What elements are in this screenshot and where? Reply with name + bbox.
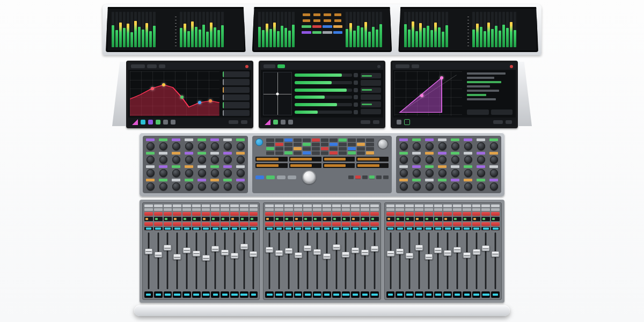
channel-button[interactable] bbox=[491, 204, 500, 207]
encoder-knob[interactable] bbox=[426, 182, 434, 191]
encoder-knob[interactable] bbox=[413, 182, 421, 191]
fader-cap[interactable] bbox=[313, 249, 321, 255]
fader-track[interactable] bbox=[182, 232, 191, 289]
channel-button[interactable] bbox=[182, 208, 191, 211]
dynamics-handle[interactable] bbox=[420, 94, 423, 97]
encoder-knob[interactable] bbox=[185, 156, 193, 164]
grid-button[interactable] bbox=[348, 143, 356, 146]
channel-button[interactable] bbox=[443, 204, 452, 207]
fader-track[interactable] bbox=[250, 232, 258, 289]
pfl-button[interactable] bbox=[202, 222, 210, 226]
header-tab[interactable] bbox=[396, 64, 409, 68]
pfl-button[interactable] bbox=[453, 222, 462, 226]
fader-track[interactable] bbox=[351, 232, 360, 289]
grid-button[interactable] bbox=[339, 151, 347, 155]
encoder-knob[interactable] bbox=[185, 169, 193, 177]
grid-button[interactable] bbox=[339, 138, 347, 142]
grid-button[interactable] bbox=[330, 143, 338, 146]
footer-pill-button[interactable] bbox=[241, 120, 247, 124]
grid-button[interactable] bbox=[294, 151, 302, 155]
fader-cap[interactable] bbox=[370, 246, 378, 252]
level-bar-button[interactable] bbox=[354, 110, 358, 114]
channel-button[interactable] bbox=[164, 208, 172, 211]
fader-cap[interactable] bbox=[434, 247, 442, 253]
pfl-button[interactable] bbox=[415, 222, 423, 226]
pfl-button[interactable] bbox=[323, 222, 331, 226]
encoder-knob[interactable] bbox=[211, 182, 219, 191]
level-bar-button[interactable] bbox=[354, 73, 358, 77]
grid-button[interactable] bbox=[321, 143, 329, 146]
channel-button[interactable] bbox=[463, 208, 471, 211]
encoder-knob[interactable] bbox=[159, 182, 167, 191]
grid-button[interactable] bbox=[330, 151, 338, 155]
cut-button[interactable] bbox=[481, 212, 490, 216]
grid-button[interactable] bbox=[284, 151, 292, 155]
fader-cap[interactable] bbox=[396, 248, 404, 254]
fader-cap[interactable] bbox=[482, 245, 490, 251]
cut-button[interactable] bbox=[463, 212, 471, 216]
footer-pill-button[interactable] bbox=[493, 120, 503, 124]
eq-side-button[interactable] bbox=[223, 87, 250, 93]
channel-button[interactable] bbox=[173, 208, 181, 211]
pfl-button[interactable] bbox=[405, 222, 414, 226]
cut-button[interactable] bbox=[491, 212, 500, 216]
grid-button[interactable] bbox=[303, 151, 311, 155]
routing-cell[interactable] bbox=[361, 94, 381, 100]
fader-track[interactable] bbox=[396, 232, 404, 289]
channel-button[interactable] bbox=[265, 204, 274, 207]
grid-button[interactable] bbox=[275, 151, 283, 155]
grid-button[interactable] bbox=[330, 138, 338, 142]
grid-button[interactable] bbox=[357, 143, 365, 146]
eq-band-handle[interactable] bbox=[180, 96, 184, 99]
fader-cap[interactable] bbox=[164, 245, 172, 251]
grid-button[interactable] bbox=[348, 151, 356, 155]
routing-cell[interactable] bbox=[361, 87, 381, 93]
grid-button[interactable] bbox=[275, 147, 283, 150]
channel-button[interactable] bbox=[434, 208, 443, 211]
encoder-knob[interactable] bbox=[159, 156, 167, 164]
footer-chip-button[interactable] bbox=[163, 120, 168, 125]
fader-track[interactable] bbox=[275, 232, 283, 289]
grid-button[interactable] bbox=[366, 151, 374, 155]
level-bar-button[interactable] bbox=[354, 103, 358, 107]
fader-track[interactable] bbox=[386, 232, 395, 289]
encoder-knob[interactable] bbox=[172, 156, 180, 164]
encoder-knob[interactable] bbox=[400, 182, 408, 191]
pfl-button[interactable] bbox=[463, 222, 471, 226]
dynamics-button[interactable] bbox=[467, 109, 488, 115]
channel-button[interactable] bbox=[361, 208, 369, 211]
cut-button[interactable] bbox=[182, 212, 191, 216]
encoder-knob[interactable] bbox=[477, 156, 485, 164]
fader-cap[interactable] bbox=[202, 255, 210, 261]
transport-button[interactable] bbox=[369, 175, 375, 179]
channel-button[interactable] bbox=[192, 204, 201, 207]
channel-button[interactable] bbox=[221, 208, 229, 211]
fader-cap[interactable] bbox=[275, 250, 283, 256]
encoder-knob[interactable] bbox=[438, 169, 447, 177]
fader-cap[interactable] bbox=[342, 252, 350, 258]
fader-cap[interactable] bbox=[425, 254, 433, 260]
channel-button[interactable] bbox=[182, 204, 191, 207]
grid-button[interactable] bbox=[339, 143, 347, 146]
fader-cap[interactable] bbox=[361, 250, 369, 255]
encoder-knob[interactable] bbox=[464, 182, 472, 191]
encoder-knob[interactable] bbox=[464, 169, 472, 177]
transport-button[interactable] bbox=[383, 175, 389, 179]
grid-button[interactable] bbox=[294, 147, 302, 150]
channel-button[interactable] bbox=[303, 208, 312, 211]
meter-screen-left[interactable] bbox=[106, 7, 246, 52]
transport-button[interactable] bbox=[355, 175, 361, 179]
meter-screen-right[interactable] bbox=[398, 7, 538, 52]
pfl-button[interactable] bbox=[284, 222, 293, 226]
grid-button[interactable] bbox=[366, 138, 374, 142]
channel-button[interactable] bbox=[265, 208, 274, 211]
footer-pill-button[interactable] bbox=[506, 120, 512, 124]
footer-pill-button[interactable] bbox=[361, 120, 370, 124]
routing-cell[interactable] bbox=[361, 73, 381, 78]
grid-button[interactable] bbox=[357, 138, 365, 142]
encoder-knob[interactable] bbox=[400, 156, 408, 164]
fader-track[interactable] bbox=[342, 232, 350, 289]
cut-button[interactable] bbox=[415, 212, 423, 216]
header-tab[interactable] bbox=[412, 64, 419, 68]
channel-button[interactable] bbox=[240, 204, 248, 207]
